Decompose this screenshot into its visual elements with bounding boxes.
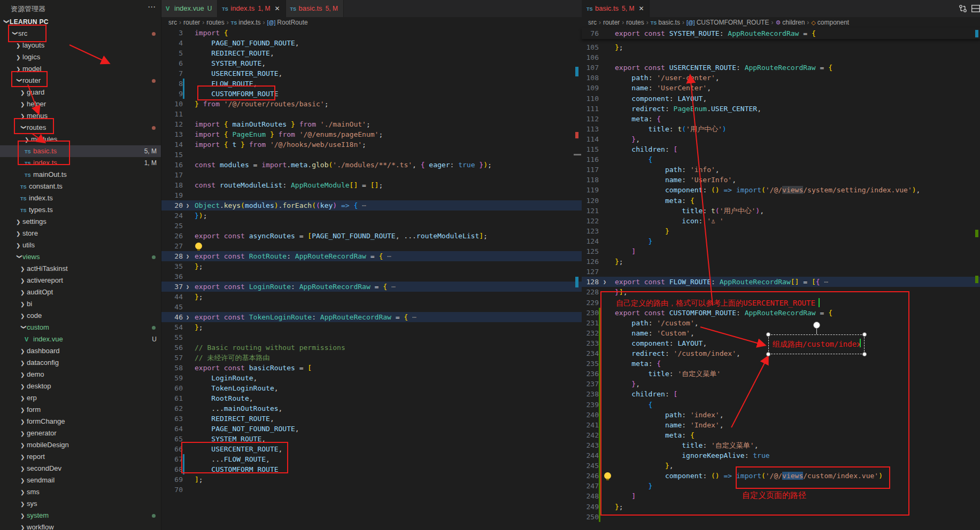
code-line-108[interactable]: 108 path: '/user-center', [582, 73, 980, 83]
code-line-117[interactable]: 117 path: 'info', [582, 165, 980, 175]
code-line-59[interactable]: 59 LoginRoute, [161, 373, 582, 383]
code-line-106[interactable]: 106 [582, 52, 980, 63]
code-line-235[interactable]: 235 meta: { [582, 358, 980, 369]
tree-item-model[interactable]: ❯model [0, 63, 161, 75]
callout-handle-bl[interactable] [766, 352, 770, 356]
editor-index-ts[interactable]: 3import {4 PAGE_NOT_FOUND_ROUTE,5 REDIRE… [161, 28, 582, 530]
tab-index.ts[interactable]: TSindex.ts1, M✕ [218, 0, 285, 17]
tab-basic.ts[interactable]: TSbasic.ts5, M [286, 0, 344, 17]
tree-item-guard[interactable]: ❯guard [0, 87, 161, 98]
breadcrumb-item[interactable]: ⚙children [775, 19, 805, 26]
code-line-118[interactable]: 118 name: 'UserInfo', [582, 175, 980, 185]
tree-item-views[interactable]: ❯views [0, 251, 161, 263]
breadcrumb-item[interactable]: src [168, 19, 177, 26]
code-line-64[interactable]: 64 PAGE_NOT_FOUND_ROUTE, [161, 424, 582, 434]
code-line-244[interactable]: 244 ignoreKeepAlive: true [582, 450, 980, 461]
code-line-112[interactable]: 112 meta: { [582, 114, 980, 124]
callout-handle-tr[interactable] [862, 332, 867, 337]
breadcrumb-item[interactable]: src [588, 19, 597, 26]
tree-item-acthitaskinst[interactable]: ❯actHiTaskinst [0, 263, 161, 275]
tree-item-form[interactable]: ❯form [0, 404, 161, 416]
code-line-247[interactable]: 247 } [582, 481, 980, 491]
code-line-127[interactable]: 127 [582, 267, 980, 277]
code-line-15[interactable]: 15 [161, 150, 582, 160]
code-line-236[interactable]: 236 title: '自定义菜单' [582, 369, 980, 379]
tree-item-seconddev[interactable]: ❯secondDev [0, 463, 161, 474]
code-line-125[interactable]: 125 ] [582, 246, 980, 256]
code-line-46[interactable]: 46❯export const TokenLoginRoute: AppRout… [161, 312, 582, 322]
code-line-121[interactable]: 121 title: t('用户中心'), [582, 206, 980, 216]
code-line-231[interactable]: 231 path: '/custom', [582, 318, 980, 328]
code-line-10[interactable]: 10} from '/@/router/routes/basic'; [161, 99, 582, 109]
code-line-230[interactable]: 230export const CUSTOMFORM_ROUTE: AppRou… [582, 308, 980, 318]
tree-item-dataconfig[interactable]: ❯dataconfig [0, 357, 161, 369]
code-line-28[interactable]: 28❯export const RootRoute: AppRouteRecor… [161, 251, 582, 261]
code-line-110[interactable]: 110 component: LAYOUT, [582, 93, 980, 104]
breadcrumb-item[interactable]: [@]CUSTOMFORM_ROUTE [686, 19, 769, 26]
code-line-107[interactable]: 107export const USERCENTER_ROUTE: AppRou… [582, 63, 980, 73]
tree-item-bi[interactable]: ❯bi [0, 298, 161, 310]
breadcrumb-item[interactable]: [@]RootRoute [267, 19, 308, 26]
split-editor-icon[interactable] [971, 4, 980, 15]
code-line-115[interactable]: 115 children: [ [582, 144, 980, 154]
code-line-54[interactable]: 54}; [161, 322, 582, 332]
tree-item-erp[interactable]: ❯erp [0, 392, 161, 404]
callout-handle-br[interactable] [862, 352, 867, 356]
lightbulb-icon[interactable] [195, 243, 202, 250]
code-line-8[interactable]: 8 FLOW_ROUTE, [161, 79, 582, 89]
code-line-6[interactable]: 6 SYSTEM_ROUTE, [161, 58, 582, 68]
breadcrumb-item[interactable]: router [183, 19, 200, 26]
close-icon[interactable]: ✕ [638, 5, 644, 12]
tree-item-report[interactable]: ❯report [0, 451, 161, 463]
code-line-24[interactable]: 24}); [161, 211, 582, 221]
code-line-246[interactable]: 246 component: () => import('/@/views/cu… [582, 471, 980, 481]
tree-item-index.ts[interactable]: TSindex.ts1, M [0, 157, 161, 169]
tree-item-system[interactable]: ❯system [0, 510, 161, 521]
tree-item-learun-pc[interactable]: ❯LEARUN PC [0, 16, 161, 28]
code-line-37[interactable]: 37❯export const LoginRoute: AppRouteReco… [161, 282, 582, 292]
code-line-68[interactable]: 68 CUSTOMFORM_ROUTE [161, 464, 582, 474]
open-changes-icon[interactable] [958, 4, 968, 15]
code-line-60[interactable]: 60 TokenLoginRoute, [161, 383, 582, 393]
code-line-119[interactable]: 119 component: () => import('/@/views/sy… [582, 185, 980, 195]
tree-item-activereport[interactable]: ❯activereport [0, 275, 161, 286]
code-line-61[interactable]: 61 RootRoute, [161, 393, 582, 403]
code-line-126[interactable]: 126}; [582, 256, 980, 267]
code-line-241[interactable]: 241 name: 'Index', [582, 420, 980, 430]
fold-chevron-icon[interactable]: ❯ [186, 200, 189, 211]
tree-item-index.vue[interactable]: Vindex.vueU [0, 333, 161, 345]
tree-item-mobiledesign[interactable]: ❯mobileDesign [0, 439, 161, 451]
tab-index.vue[interactable]: Vindex.vueU [161, 0, 218, 17]
code-line-249[interactable]: 249}; [582, 502, 980, 512]
tree-item-menus[interactable]: ❯menus [0, 110, 161, 122]
code-line-242[interactable]: 242 meta: { [582, 430, 980, 440]
code-line-19[interactable]: 19 [161, 190, 582, 200]
breadcrumb-item[interactable]: router [603, 19, 620, 26]
code-line-250[interactable]: 250 [582, 512, 980, 522]
explorer-more-icon[interactable]: ⋯ [148, 2, 156, 12]
code-line-123[interactable]: 123 } [582, 226, 980, 236]
sticky-scroll-line[interactable]: 76export const SYSTEM_ROUTE: AppRouteRec… [582, 28, 980, 39]
breadcrumb-item[interactable]: routes [626, 19, 644, 26]
fold-chevron-icon[interactable]: ❯ [186, 251, 189, 261]
code-line-120[interactable]: 120 meta: { [582, 196, 980, 206]
code-line-63[interactable]: 63 REDIRECT_ROUTE, [161, 414, 582, 424]
code-line-55[interactable]: 55 [161, 332, 582, 342]
close-icon[interactable]: ✕ [274, 5, 280, 12]
code-line-12[interactable]: 12import { mainOutRoutes } from './mainO… [161, 119, 582, 129]
fold-chevron-icon[interactable]: ❯ [603, 277, 606, 287]
code-line-25[interactable]: 25 [161, 221, 582, 231]
code-line-58[interactable]: 58export const basicRoutes = [ [161, 363, 582, 373]
code-line-26[interactable]: 26export const asyncRoutes = [PAGE_NOT_F… [161, 231, 582, 241]
code-line-109[interactable]: 109 name: 'UserCenter', [582, 83, 980, 93]
code-line-243[interactable]: 243 title: '自定义菜单', [582, 440, 980, 450]
code-line-11[interactable]: 11 [161, 109, 582, 119]
tree-item-custom[interactable]: ❯custom [0, 322, 161, 333]
code-line-105[interactable]: 105}; [582, 42, 980, 52]
breadcrumb-item[interactable]: TSbasic.ts [651, 19, 680, 26]
fold-chevron-icon[interactable]: ❯ [186, 312, 189, 322]
code-line-238[interactable]: 238 children: [ [582, 389, 980, 399]
tree-item-types.ts[interactable]: TStypes.ts [0, 204, 161, 216]
code-line-27[interactable]: 27 [161, 241, 582, 251]
annotation-callout-box[interactable]: 组成路由/custom/index [768, 334, 865, 354]
